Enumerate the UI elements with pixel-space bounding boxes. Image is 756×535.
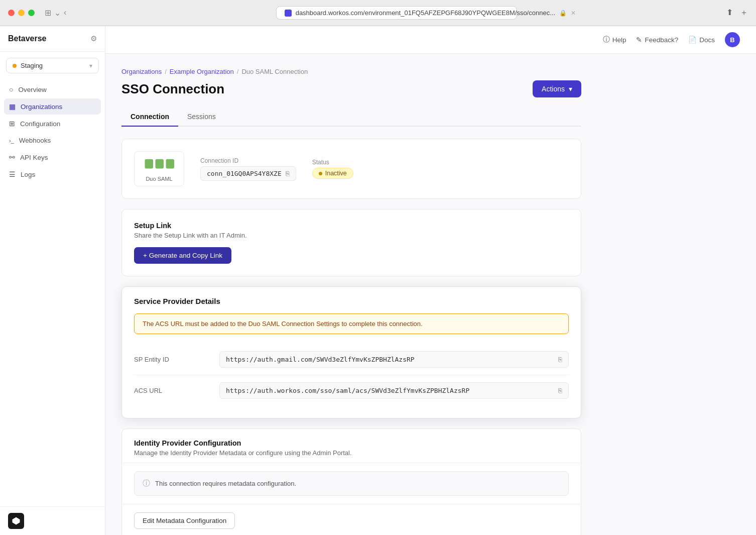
- share-icon[interactable]: ⬆: [726, 8, 733, 18]
- minimize-button[interactable]: [18, 10, 25, 16]
- svg-rect-1: [145, 159, 154, 168]
- user-avatar[interactable]: B: [725, 32, 740, 47]
- maximize-button[interactable]: [28, 10, 35, 16]
- sp-entity-id-label: SP Entity ID: [134, 356, 219, 363]
- browser-nav-icons: ⊞ ⌄ ‹: [45, 8, 66, 18]
- env-selector[interactable]: Staging ▾: [6, 58, 99, 73]
- webhooks-icon: ›_: [9, 138, 14, 144]
- sp-card-header: Service Provider Details: [122, 287, 581, 305]
- idp-metadata-notice: This connection requires metadata config…: [155, 480, 296, 487]
- status-badge: Inactive: [312, 168, 353, 179]
- breadcrumb-sep-2: /: [237, 68, 239, 75]
- edit-metadata-label: Edit Metadata Configuration: [143, 517, 226, 524]
- idp-header: Identity Provider Configuration Manage t…: [122, 429, 581, 463]
- sidebar-item-label: Configuration: [20, 120, 60, 128]
- setup-link-title: Setup Link: [134, 222, 569, 230]
- sp-entity-id-row: SP Entity ID https://auth.gmail.com/SWVd…: [134, 344, 569, 375]
- sidebar-toggle-icon[interactable]: ⊞: [45, 8, 51, 18]
- traffic-lights: [8, 10, 35, 16]
- setup-link-card: Setup Link Share the Setup Link with an …: [121, 209, 581, 276]
- connection-id-field: Connection ID conn_01GQ0APS4Y8XZE ⎘: [200, 157, 296, 181]
- sidebar: Betaverse ⚙ Staging ▾ ○ Overview ▦ Organ…: [0, 26, 105, 535]
- generate-copy-link-button[interactable]: + Generate and Copy Link: [134, 247, 231, 264]
- svg-rect-3: [166, 159, 175, 168]
- generate-btn-label: + Generate and Copy Link: [143, 252, 222, 259]
- info-icon: ⓘ: [143, 479, 150, 488]
- sp-card-body: The ACS URL must be added to the Duo SAM…: [122, 305, 581, 418]
- feedback-link[interactable]: ✎ Feedback?: [636, 36, 678, 44]
- breadcrumb-current: Duo SAML Connection: [241, 68, 308, 75]
- url-display[interactable]: dashboard.workos.com/environment_01FQ5AF…: [276, 6, 517, 20]
- sidebar-item-label: Organizations: [21, 103, 62, 111]
- docs-icon: 📄: [688, 36, 697, 44]
- sidebar-item-label: Webhooks: [19, 137, 51, 144]
- docs-label: Docs: [699, 36, 715, 44]
- help-icon: ⓘ: [603, 35, 610, 44]
- breadcrumb: Organizations / Example Organization / D…: [121, 68, 581, 75]
- sidebar-item-webhooks[interactable]: ›_ Webhooks: [4, 133, 101, 148]
- duo-logo-text: [144, 156, 174, 174]
- status-value: Inactive: [325, 170, 347, 177]
- setup-link-inner: Setup Link Share the Setup Link with an …: [122, 209, 581, 276]
- sidebar-item-configuration[interactable]: ⊞ Configuration: [4, 116, 101, 132]
- env-name: Staging: [21, 62, 43, 69]
- connection-id-label: Connection ID: [200, 157, 296, 164]
- env-selector-left: Staging: [13, 62, 43, 69]
- sidebar-nav: ○ Overview ▦ Organizations ⊞ Configurati…: [0, 77, 105, 506]
- idp-title: Identity Provider Configuration: [134, 439, 569, 447]
- organizations-icon: ▦: [9, 102, 16, 111]
- back-icon[interactable]: ‹: [64, 8, 66, 18]
- new-tab-icon[interactable]: ＋: [740, 8, 748, 18]
- tab-connection[interactable]: Connection: [121, 108, 178, 127]
- feedback-label: Feedback?: [645, 36, 678, 44]
- sidebar-item-label: Overview: [18, 86, 46, 93]
- edit-metadata-button[interactable]: Edit Metadata Configuration: [134, 512, 235, 529]
- connection-id-text: conn_01GQ0APS4Y8XZE: [207, 170, 282, 177]
- env-selector-container: Staging ▾: [6, 58, 99, 73]
- connection-info: Duo SAML Connection ID conn_01GQ0APS4Y8X…: [134, 151, 569, 186]
- help-link[interactable]: ⓘ Help: [603, 35, 626, 44]
- acs-url-text: https://auth.workos.com/sso/saml/acs/SWV…: [226, 387, 469, 394]
- chevron-down-icon[interactable]: ⌄: [54, 8, 61, 18]
- actions-label: Actions: [542, 85, 565, 93]
- svg-rect-2: [156, 159, 164, 168]
- sidebar-item-overview[interactable]: ○ Overview: [4, 81, 101, 97]
- tab-sessions[interactable]: Sessions: [178, 108, 225, 127]
- sidebar-item-api-keys[interactable]: ⚯ API Keys: [4, 149, 101, 165]
- chevron-down-icon: ▾: [569, 85, 572, 93]
- copy-sp-entity-id-icon[interactable]: ⎘: [558, 356, 562, 363]
- sidebar-bottom: [0, 506, 105, 535]
- idp-metadata-notice-box: ⓘ This connection requires metadata conf…: [134, 471, 569, 496]
- breadcrumb-organizations[interactable]: Organizations: [121, 68, 162, 75]
- configuration-icon: ⊞: [9, 120, 15, 128]
- env-indicator: [13, 64, 17, 68]
- warning-text: The ACS URL must be added to the Duo SAM…: [143, 320, 423, 328]
- acs-url-row: ACS URL https://auth.workos.com/sso/saml…: [134, 375, 569, 406]
- docs-link[interactable]: 📄 Docs: [688, 36, 715, 44]
- status-field: Status Inactive: [312, 159, 353, 179]
- copy-connection-id-icon[interactable]: ⎘: [286, 170, 290, 177]
- breadcrumb-example-org[interactable]: Example Organization: [170, 68, 234, 75]
- brand-name: Betaverse: [8, 34, 47, 43]
- sidebar-item-organizations[interactable]: ▦ Organizations: [4, 98, 101, 115]
- copy-acs-url-icon[interactable]: ⎘: [558, 387, 562, 394]
- main-content: ⓘ Help ✎ Feedback? 📄 Docs B Organization…: [105, 26, 756, 535]
- sidebar-item-logs[interactable]: ☰ Logs: [4, 166, 101, 182]
- acs-url-value: https://auth.workos.com/sso/saml/acs/SWV…: [219, 382, 569, 399]
- connection-id-value: conn_01GQ0APS4Y8XZE ⎘: [200, 166, 296, 181]
- sp-entity-id-value: https://auth.gmail.com/SWVd3eZlfYmvKsZPB…: [219, 351, 569, 368]
- sp-entity-id-text: https://auth.gmail.com/SWVd3eZlfYmvKsZPB…: [226, 356, 415, 363]
- breadcrumb-sep-1: /: [165, 68, 167, 75]
- actions-button[interactable]: Actions ▾: [533, 80, 581, 97]
- overview-icon: ○: [9, 85, 13, 93]
- page-title: SSO Connection: [121, 81, 224, 97]
- status-dot: [319, 172, 322, 175]
- favicon: [285, 10, 292, 17]
- header-right: ⓘ Help ✎ Feedback? 📄 Docs B: [603, 32, 740, 47]
- chevron-down-icon: ▾: [89, 62, 92, 69]
- close-button[interactable]: [8, 10, 15, 16]
- feedback-icon: ✎: [636, 36, 642, 44]
- settings-icon[interactable]: ⚙: [90, 34, 97, 43]
- api-keys-icon: ⚯: [9, 153, 15, 161]
- svg-marker-0: [13, 517, 20, 525]
